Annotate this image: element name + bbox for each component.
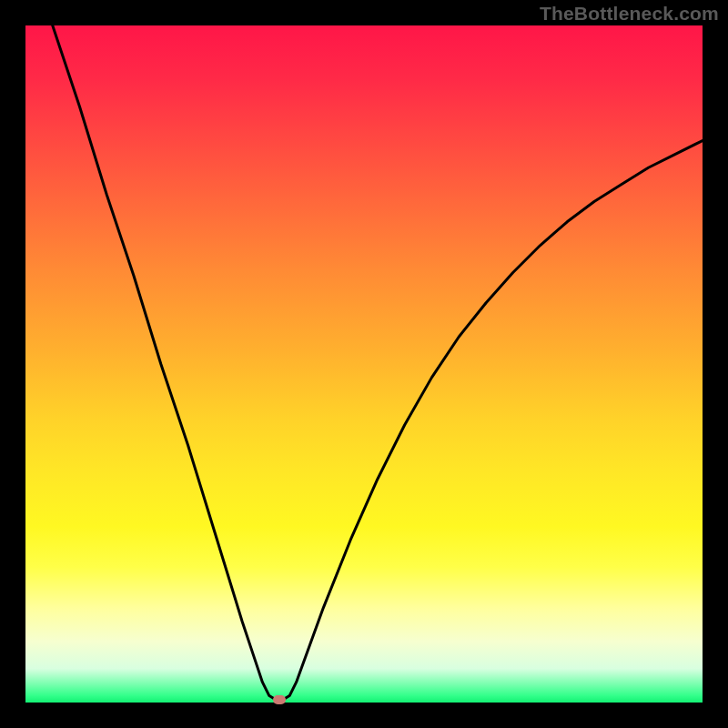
curve-path	[53, 25, 703, 700]
optimum-marker	[273, 695, 286, 704]
bottleneck-curve	[25, 25, 703, 703]
plot-area	[25, 25, 703, 703]
chart-frame: TheBottleneck.com	[0, 0, 728, 728]
watermark-text: TheBottleneck.com	[540, 4, 719, 23]
